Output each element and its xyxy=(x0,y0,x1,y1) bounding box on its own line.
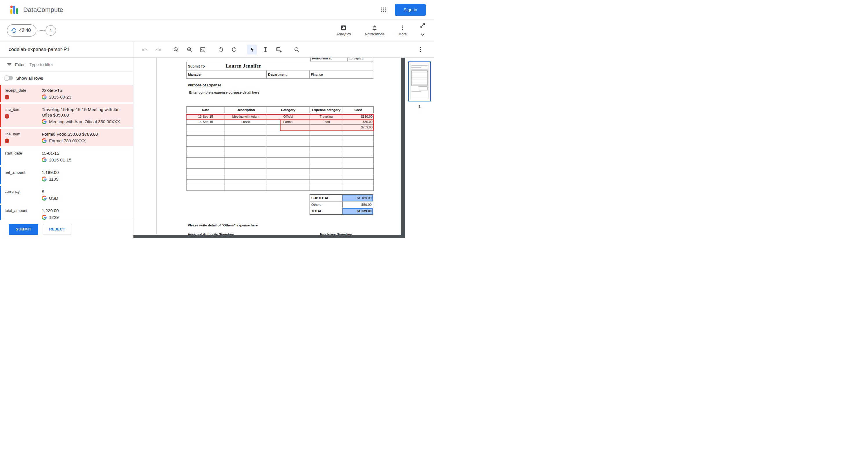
search-icon[interactable] xyxy=(292,45,302,55)
highlighted-subtotal-value[interactable]: $1,189.00 xyxy=(342,195,373,201)
fields-list: receipt_date 23-Sep-15 2015-09-23 line_i… xyxy=(0,84,133,220)
timer-pill: 42:40 xyxy=(7,24,36,37)
annotation-box-row1[interactable] xyxy=(186,114,374,120)
field-row-line-item-2[interactable]: line_item Formal Food $50.00 $789.00 For… xyxy=(0,129,133,146)
others-hint: Please write detail of "Others" expense … xyxy=(188,224,258,227)
analytics-button[interactable]: Analytics xyxy=(329,25,358,36)
step-indicator[interactable]: 1 xyxy=(45,25,56,36)
table-row-empty xyxy=(187,174,374,180)
error-icon xyxy=(5,95,9,99)
table-row-empty xyxy=(187,169,374,174)
step-connector xyxy=(37,30,45,31)
datacompute-logo xyxy=(10,5,20,15)
filter-label: Filter xyxy=(15,62,25,67)
google-g-icon xyxy=(42,176,47,181)
table-header-row: Date Description Category Expense catego… xyxy=(187,107,374,114)
annotation-box-row2-3[interactable] xyxy=(280,120,374,131)
cursor-tool-icon[interactable] xyxy=(247,45,257,55)
document-title: codelab-expense-parser-P1 xyxy=(0,41,133,58)
table-row-empty xyxy=(187,152,374,158)
open-in-full-icon[interactable] xyxy=(420,23,426,28)
google-g-icon xyxy=(42,119,47,124)
table-row-empty xyxy=(187,185,374,191)
analytics-icon xyxy=(340,25,347,31)
show-all-rows-row: Show all rows xyxy=(0,72,133,84)
table-row-empty xyxy=(187,136,374,141)
show-all-rows-toggle[interactable] xyxy=(4,75,14,81)
document-page: Period end at 10-Sep-15 Submit To Lauren… xyxy=(156,58,401,238)
undo-icon[interactable] xyxy=(140,45,150,55)
entities-panel: codelab-expense-parser-P1 Filter Show al… xyxy=(0,41,133,238)
error-icon xyxy=(5,114,9,118)
code-view-icon[interactable] xyxy=(198,45,208,55)
field-row-start-date[interactable]: start_date 15-01-15 2015-01-15 xyxy=(0,148,133,165)
vertical-scrollbar[interactable] xyxy=(401,58,405,238)
zoom-out-icon[interactable] xyxy=(171,45,181,55)
collapse-chevron-icon[interactable] xyxy=(419,31,427,38)
brand-name: DataCompute xyxy=(23,6,63,13)
show-all-rows-label: Show all rows xyxy=(16,76,43,80)
overflow-menu-icon[interactable] xyxy=(415,45,425,55)
summary-row: Others $50.00 xyxy=(310,201,373,208)
summary-row: TOTAL $1,239.00 xyxy=(310,208,373,214)
department-value: Finance xyxy=(310,70,373,78)
thumbnail-page-number: 1 xyxy=(418,104,421,109)
redo-icon[interactable] xyxy=(153,45,163,55)
thumbnail-table-sketch xyxy=(411,70,428,86)
table-row-empty xyxy=(187,158,374,163)
summary-table: SUBTOTAL $1,189.00 Others $50.00 TOTAL $… xyxy=(310,194,373,215)
rotate-right-icon[interactable] xyxy=(229,45,239,55)
filter-row: Filter xyxy=(0,58,133,72)
table-row-empty xyxy=(187,180,374,185)
table-row-empty xyxy=(187,147,374,152)
google-g-icon xyxy=(42,215,47,220)
viewer-toolbar xyxy=(133,41,434,58)
google-g-icon xyxy=(42,138,47,143)
submit-to-value: Lauren Jennifer xyxy=(226,63,261,69)
field-row-total-amount[interactable]: total_amount 1,229.00 1229 xyxy=(0,205,133,220)
panel-actions: SUBMIT REJECT xyxy=(0,220,133,238)
brand: DataCompute xyxy=(10,5,63,15)
filter-icon[interactable] xyxy=(6,62,12,68)
google-g-icon xyxy=(42,95,47,99)
field-row-receipt-date[interactable]: receipt_date 23-Sep-15 2015-09-23 xyxy=(0,85,133,102)
submit-to-row: Submit To Lauren Jennifer xyxy=(186,62,373,70)
rotate-left-icon[interactable] xyxy=(216,45,226,55)
field-row-currency[interactable]: currency $ USD xyxy=(0,186,133,204)
timer-icon xyxy=(11,28,17,34)
thumbnail-summary-sketch xyxy=(418,87,428,91)
period-end-label: Period end at xyxy=(310,58,347,62)
table-row-empty xyxy=(187,163,374,169)
sign-in-button[interactable]: Sign in xyxy=(395,4,426,16)
notifications-button[interactable]: Notifications xyxy=(358,25,391,36)
manager-label: Manager xyxy=(186,70,267,78)
notifications-bell-icon xyxy=(371,25,378,31)
horizontal-scrollbar[interactable] xyxy=(133,235,401,238)
more-button[interactable]: More xyxy=(392,25,414,36)
purpose-label: Purpose of Expense xyxy=(188,83,221,87)
apps-grid-icon[interactable] xyxy=(377,4,390,16)
period-end-value: 10-Sep-15 xyxy=(347,58,373,62)
department-label: Department xyxy=(267,70,310,78)
reject-button[interactable]: REJECT xyxy=(43,224,71,235)
highlighted-total-value[interactable]: $1,239.00 xyxy=(342,208,373,214)
page-thumbnail[interactable] xyxy=(408,62,431,101)
text-select-tool-icon[interactable] xyxy=(260,45,270,55)
more-vertical-icon xyxy=(400,25,406,31)
google-g-icon xyxy=(42,158,47,162)
zoom-in-icon[interactable] xyxy=(185,45,194,55)
document-canvas[interactable]: Period end at 10-Sep-15 Submit To Lauren… xyxy=(133,58,405,238)
thumbnail-panel: 1 xyxy=(405,58,434,238)
purpose-hint: Enter complete expense purpose detail he… xyxy=(189,91,259,94)
error-icon xyxy=(5,139,9,143)
field-row-line-item-1[interactable]: line_item Traveling 15-5ep-15 15 Meeting… xyxy=(0,104,133,127)
filter-input[interactable] xyxy=(29,62,128,67)
status-bar: 42:40 1 Analytics Notifications More xyxy=(0,20,434,41)
submit-button[interactable]: SUBMIT xyxy=(9,224,38,235)
timer-value: 42:40 xyxy=(19,28,31,33)
app-header: DataCompute Sign in xyxy=(0,0,434,20)
table-row-empty xyxy=(187,141,374,147)
summary-row: SUBTOTAL $1,189.00 xyxy=(310,195,373,201)
field-row-net-amount[interactable]: net_amount 1,189.00 1189 xyxy=(0,167,133,184)
add-region-icon[interactable] xyxy=(274,45,284,55)
